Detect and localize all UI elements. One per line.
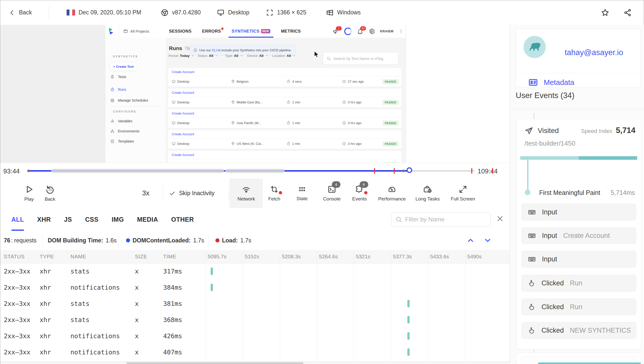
- network-filter-input[interactable]: Filter by Name: [391, 212, 491, 226]
- filter-status[interactable]: StatusAll: [198, 54, 218, 58]
- network-request-row[interactable]: 2xx–3xx xhr notifications x 426ms: [0, 328, 510, 344]
- search-icon: [395, 216, 402, 223]
- jump-prev-button[interactable]: [466, 236, 475, 245]
- panel-toggle-state[interactable]: State: [291, 178, 313, 208]
- issue-marker[interactable]: [492, 168, 493, 174]
- timeline-track[interactable]: [29, 170, 475, 172]
- settings-button[interactable]: [368, 28, 375, 35]
- loading-spinner: [344, 28, 352, 35]
- run-card[interactable]: Create Account Desktop US West (N. Cal..…: [168, 130, 402, 149]
- issue-marker[interactable]: [471, 168, 472, 174]
- speed-toggle[interactable]: 3x: [142, 178, 150, 208]
- briefcase-icon: [423, 185, 432, 194]
- run-name-link[interactable]: Create Account: [172, 91, 194, 95]
- back-button[interactable]: Back: [9, 0, 32, 25]
- play-button[interactable]: Play: [19, 178, 39, 208]
- sidebar-item-manage-schedules[interactable]: Manage Schedules: [110, 97, 148, 104]
- sidebar-item-runs[interactable]: Runs: [110, 86, 126, 93]
- sidebar-item-variables[interactable]: Variables: [110, 118, 132, 124]
- user-event-input[interactable]: Input: [522, 204, 636, 220]
- user-event-clicked-run[interactable]: Clicked Run: [522, 299, 636, 315]
- run-card[interactable]: Create Account Desktop Belgium 4 secs 27…: [168, 68, 402, 87]
- visited-event[interactable]: Visited: [525, 126, 559, 135]
- network-request-row[interactable]: 2xx–3xx xhr stats x 317ms: [0, 263, 510, 279]
- run-card[interactable]: Create Account Desktop Canada (Central) …: [168, 151, 402, 163]
- skip-inactivity-toggle[interactable]: Skip Inactivity: [169, 178, 215, 208]
- user-event-input[interactable]: Input: [522, 251, 636, 267]
- user-menu[interactable]: KRAIEM: [380, 29, 393, 33]
- sidebar-item-templates[interactable]: Templates: [110, 138, 134, 145]
- notifications-button[interactable]: 33: [357, 28, 363, 35]
- network-tab-other[interactable]: OTHER: [171, 208, 194, 231]
- test-search-input[interactable]: Search by Test Name or #Tag: [323, 52, 399, 65]
- request-timing-bar: [407, 348, 410, 356]
- app-nav-tab-synthetics[interactable]: SYNTHETICSNEW: [226, 25, 276, 38]
- cli-link[interactable]: CLI: [212, 48, 217, 52]
- app-nav-tab-errors[interactable]: ERRORS: [197, 25, 226, 38]
- network-tab-xhr[interactable]: XHR: [37, 208, 51, 231]
- panel-toggle-full-screen[interactable]: Full Screen: [448, 178, 478, 208]
- run-name-link[interactable]: Create Account: [172, 153, 194, 157]
- close-panel-button[interactable]: [496, 214, 504, 223]
- filter-device[interactable]: DeviceAll: [247, 54, 268, 58]
- announcements-button[interactable]: 1: [333, 28, 339, 35]
- run-name-link[interactable]: Create Account: [172, 70, 194, 74]
- network-tab-js[interactable]: JS: [64, 208, 72, 231]
- scrollbar-thumb[interactable]: [127, 362, 303, 364]
- network-request-row[interactable]: 2xx–3xx xhr notifications x 407ms: [0, 344, 510, 360]
- load-stat: Load:1.7s: [215, 231, 251, 250]
- network-tab-css[interactable]: CSS: [85, 208, 98, 231]
- filter-location[interactable]: LocationAll: [272, 54, 296, 58]
- user-event-input-create-account[interactable]: Input Create Account: [522, 227, 636, 244]
- back-label: Back: [19, 9, 32, 16]
- jump-next-button[interactable]: [483, 236, 492, 245]
- panel-toggle-network[interactable]: Network: [230, 178, 263, 208]
- app-nav-tab-metrics[interactable]: METRICS: [276, 25, 306, 38]
- network-tab-all[interactable]: ALL: [11, 208, 24, 231]
- browser-info: v87.0.4280: [161, 0, 201, 25]
- share-button[interactable]: [624, 0, 632, 25]
- user-event-clicked-new-synthetics[interactable]: Clicked NEW SYNTHETICS: [522, 322, 636, 339]
- network-request-row[interactable]: 2xx–3xx xhr notifications x 384ms: [0, 279, 510, 295]
- user-event-clicked-run[interactable]: Clicked Run: [522, 275, 636, 291]
- app-nav-tab-sessions[interactable]: SESSIONS: [164, 25, 197, 38]
- stage-gutter: [0, 25, 105, 163]
- panel-toggle-performance[interactable]: Performance: [376, 178, 408, 208]
- wifi-icon: [242, 185, 251, 194]
- network-tab-img[interactable]: IMG: [112, 208, 124, 231]
- favorite-star-button[interactable]: [601, 0, 609, 25]
- sidebar-item-environments[interactable]: Environments: [110, 128, 140, 134]
- metadata-button[interactable]: Metadata: [528, 77, 574, 87]
- network-request-row[interactable]: 2xx–3xx xhr stats x 368ms: [0, 312, 510, 328]
- filter-type[interactable]: TypeAll: [225, 54, 243, 58]
- run-card[interactable]: Create Account Desktop Asia Pacific (M..…: [168, 109, 402, 128]
- more-menu-button[interactable]: [399, 28, 404, 34]
- filter-period[interactable]: PeriodToday: [168, 54, 194, 58]
- issue-marker[interactable]: [374, 168, 375, 174]
- sidebar-section-synthetics: SYNTHETICS: [113, 55, 138, 58]
- network-tab-media[interactable]: MEDIA: [137, 208, 158, 231]
- back-10s-button[interactable]: 10 Back: [39, 178, 61, 208]
- paper-plane-icon: [525, 126, 533, 135]
- network-request-row[interactable]: 2xx–3xx xhr stats x 381ms: [0, 295, 510, 312]
- event-marker[interactable]: [27, 170, 30, 172]
- event-marker[interactable]: [402, 170, 405, 172]
- metric-dot: [525, 190, 530, 195]
- visited-url[interactable]: /test-builder/1450: [525, 140, 575, 147]
- create-test-button[interactable]: + Create Test: [109, 62, 138, 71]
- panel-toggle-console[interactable]: 4 Console: [318, 178, 346, 208]
- playhead-handle[interactable]: [407, 167, 412, 173]
- run-name-link[interactable]: Create Account: [172, 111, 194, 115]
- location-pin-icon: [231, 142, 235, 146]
- replay-10-icon: 10: [45, 185, 55, 194]
- user-email[interactable]: tahay@asayer.io: [565, 48, 623, 57]
- run-name-link[interactable]: Create Account: [172, 132, 194, 136]
- run-card[interactable]: Create Account Desktop Middle East (Ba..…: [168, 89, 402, 107]
- panel-toggle-long-tasks[interactable]: Long Tasks: [412, 178, 443, 208]
- panel-toggle-fetch[interactable]: Fetch: [263, 178, 286, 208]
- stopwatch-icon: [287, 142, 290, 146]
- panel-toggle-events[interactable]: 6 Events: [348, 178, 371, 208]
- pointer-icon: [528, 303, 535, 311]
- issue-marker[interactable]: [394, 168, 395, 174]
- sidebar-item-tests[interactable]: Tests: [110, 74, 126, 80]
